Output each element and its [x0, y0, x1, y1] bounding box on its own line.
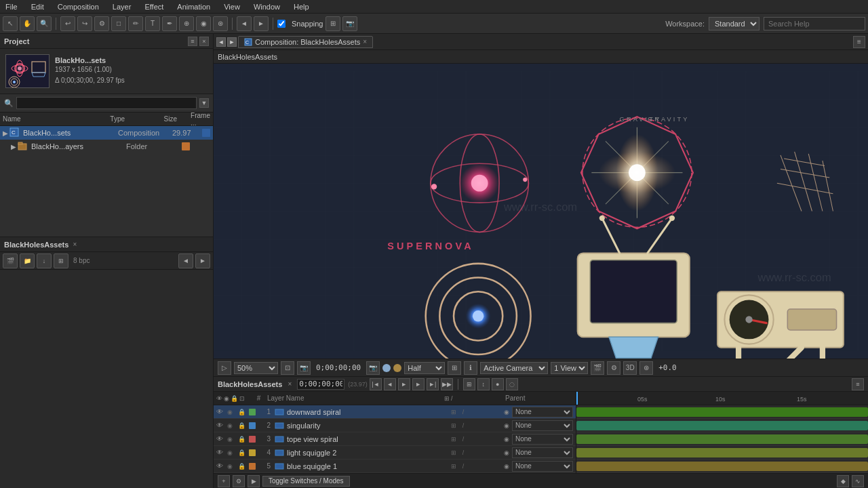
comp-preview-toggle[interactable]: ▷	[218, 361, 231, 375]
track-4[interactable]	[576, 446, 868, 460]
comp-color-btn[interactable]	[382, 364, 391, 372]
sw-shy-5[interactable]: ⊞	[450, 462, 458, 470]
timeline-left-close[interactable]: ×	[73, 241, 77, 248]
panel-close-btn[interactable]: ×	[199, 37, 209, 46]
comp-grid-btn[interactable]: ⊞	[448, 361, 461, 375]
composition-tab[interactable]: C Composition: BlackHolesAssets ×	[238, 36, 373, 48]
scroll-left-btn[interactable]: ◄	[178, 253, 193, 268]
dependencies-btn[interactable]: ⊞	[54, 253, 68, 268]
tool-snap-icon[interactable]: ⊞	[326, 16, 340, 31]
menu-item-help[interactable]: Help	[291, 3, 312, 11]
tool-rect[interactable]: □	[111, 16, 126, 31]
bb-keyframe-btn[interactable]: ◆	[837, 475, 849, 487]
menu-item-effect[interactable]: Effect	[142, 3, 166, 11]
transport-prev-frame[interactable]: ◄	[384, 378, 396, 390]
search-help-input[interactable]	[764, 17, 865, 30]
comp-render-btn[interactable]: 🎬	[591, 361, 604, 375]
comp-info-btn[interactable]: ℹ	[464, 361, 477, 375]
layer-lock-3[interactable]: 🔒	[238, 436, 248, 443]
layer-row-5[interactable]: 👁 ◉ 🔒 5 blue squiggle 1 ⊞ /	[214, 460, 576, 473]
layer-row-3[interactable]: 👁 ◉ 🔒 3 tope view spiral ⊞ /	[214, 432, 576, 446]
tool-settings[interactable]: ⚙	[94, 16, 109, 31]
tool-camera[interactable]: 📷	[342, 16, 357, 31]
project-search-options[interactable]: ▼	[199, 98, 209, 108]
tool-zoom[interactable]: 🔍	[37, 16, 52, 31]
transport-play[interactable]: ►	[398, 378, 410, 390]
sw-collapse-3[interactable]: /	[459, 435, 467, 443]
transport-next-frame[interactable]: ►	[412, 378, 425, 390]
sw-shy-3[interactable]: ⊞	[450, 435, 458, 443]
track-5[interactable]	[576, 460, 868, 473]
layer-parent-select-3[interactable]: None	[512, 434, 573, 445]
layer-eye-3[interactable]: 👁	[216, 435, 226, 443]
timeline-close-btn[interactable]: ×	[288, 380, 292, 388]
menu-item-file[interactable]: File	[3, 3, 20, 11]
layer-lock-2[interactable]: 🔒	[238, 422, 248, 429]
layer-eye-2[interactable]: 👁	[216, 422, 226, 429]
layer-solo-5[interactable]: ◉	[227, 463, 237, 470]
project-item-0[interactable]: ▶ C BlackHo...sets Composition 29.97	[0, 126, 213, 140]
panel-menu-btn[interactable]: ≡	[188, 37, 197, 46]
tab-right-arrow[interactable]: ►	[227, 37, 237, 47]
tool-hand[interactable]: ✋	[20, 16, 35, 31]
layer-eye-1[interactable]: 👁	[216, 408, 226, 415]
tool-left[interactable]: ◄	[237, 16, 252, 31]
menu-item-view[interactable]: View	[221, 3, 243, 11]
bb-preview-btn[interactable]: ▶	[248, 475, 260, 487]
comp-3d-btn[interactable]: 3D	[623, 361, 637, 375]
layer-parent-select-4[interactable]: None	[512, 447, 573, 458]
comp-snapshot-btn[interactable]: 📷	[297, 361, 311, 375]
layer-parent-select-1[interactable]: None	[512, 407, 573, 418]
tool-text[interactable]: T	[145, 16, 160, 31]
sw-shy-2[interactable]: ⊞	[450, 422, 458, 430]
layer-solo-4[interactable]: ◉	[227, 449, 237, 456]
view-mode-select[interactable]: Active Camera	[480, 362, 548, 374]
tool-clone[interactable]: ⊕	[179, 16, 194, 31]
timeline-tracks-area[interactable]: 05s 10s 15s 20s 25s	[576, 392, 868, 473]
tool-puppet[interactable]: ⊛	[213, 16, 228, 31]
layer-solo-3[interactable]: ◉	[227, 436, 237, 443]
menu-item-composition[interactable]: Composition	[55, 3, 102, 11]
composition-canvas-area[interactable]: SUPERNOVA	[214, 64, 868, 359]
layer-row-4[interactable]: 👁 ◉ 🔒 4 light squiggle 2 ⊞ /	[214, 446, 576, 460]
tab-left-arrow[interactable]: ◄	[216, 37, 226, 47]
sw-shy-4[interactable]: ⊞	[450, 449, 458, 457]
transport-ram-preview[interactable]: ▶▶	[441, 378, 453, 390]
new-folder-btn[interactable]: 📁	[20, 253, 35, 268]
tool-undo[interactable]: ↩	[60, 16, 75, 31]
scroll-right-btn[interactable]: ►	[195, 253, 210, 268]
comp-export-btn[interactable]: ⊛	[639, 361, 653, 375]
tl-solo-btn[interactable]: ●	[492, 378, 504, 390]
layer-lock-5[interactable]: 🔒	[238, 463, 248, 470]
layer-row-2[interactable]: 👁 ◉ 🔒 2 singularity ⊞ /	[214, 419, 576, 432]
tl-parent-btn[interactable]: ↕	[477, 378, 490, 390]
tl-draft-btn[interactable]: ◌	[506, 378, 518, 390]
transport-last-frame[interactable]: ►|	[427, 378, 439, 390]
track-3[interactable]	[576, 432, 868, 446]
layer-solo-1[interactable]: ◉	[227, 409, 237, 415]
sw-shy-1[interactable]: ⊞	[450, 408, 458, 416]
layer-row-1[interactable]: 👁 ◉ 🔒 1 downward spiral ⊞ /	[214, 405, 576, 419]
tool-right[interactable]: ►	[254, 16, 269, 31]
sw-collapse-2[interactable]: /	[459, 422, 467, 430]
menu-item-edit[interactable]: Edit	[28, 3, 47, 11]
layer-solo-2[interactable]: ◉	[227, 422, 237, 429]
menu-item-animation[interactable]: Animation	[174, 3, 213, 11]
workspace-select[interactable]: Standard	[709, 17, 760, 30]
comp-dot-btn[interactable]	[393, 364, 401, 372]
snapping-checkbox[interactable]	[277, 20, 285, 28]
comp-menu-btn[interactable]: ≡	[853, 36, 865, 48]
toggle-switches-modes-btn[interactable]: Toggle Switches / Modes	[262, 476, 350, 487]
comp-fit-btn[interactable]: ⊡	[281, 361, 294, 375]
sw-collapse-1[interactable]: /	[459, 408, 467, 416]
tool-paint[interactable]: ✏	[128, 16, 143, 31]
timeline-timecode-input[interactable]	[297, 379, 344, 390]
menu-item-window[interactable]: Window	[251, 3, 283, 11]
layer-eye-4[interactable]: 👁	[216, 449, 226, 456]
track-1[interactable]	[576, 405, 868, 419]
tool-select[interactable]: ↖	[3, 16, 18, 31]
tl-menu-btn[interactable]: ≡	[852, 378, 864, 390]
layer-lock-4[interactable]: 🔒	[238, 449, 248, 456]
view-count-select[interactable]: 1 View	[551, 362, 588, 374]
zoom-select[interactable]: 50%	[234, 362, 278, 374]
